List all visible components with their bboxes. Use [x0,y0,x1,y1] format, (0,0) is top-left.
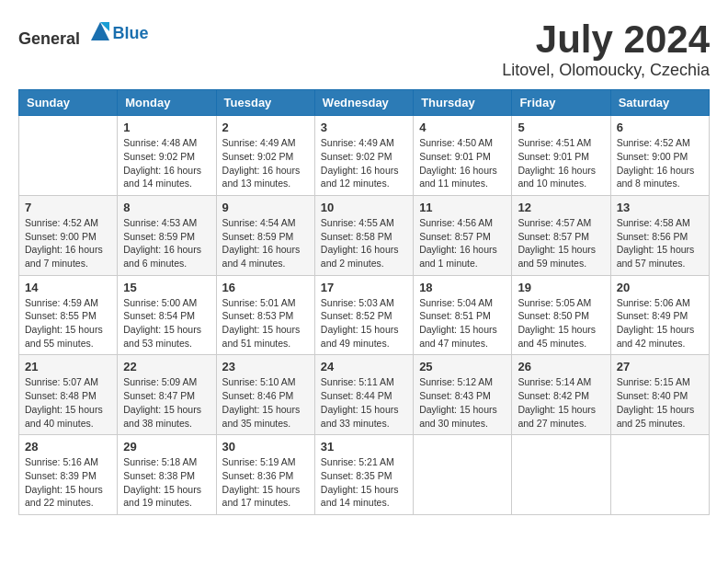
calendar-cell [414,435,512,515]
day-info: Sunrise: 4:48 AMSunset: 9:02 PMDaylight:… [123,136,210,190]
day-info: Sunrise: 5:07 AMSunset: 8:48 PMDaylight:… [25,375,111,430]
day-info: Sunrise: 4:52 AMSunset: 9:00 PMDaylight:… [617,136,703,190]
calendar-cell: 23Sunrise: 5:10 AMSunset: 8:46 PMDayligh… [216,355,314,435]
weekday-header-thursday: Thursday [414,90,512,116]
day-number: 26 [518,360,604,373]
day-info: Sunrise: 4:56 AMSunset: 8:57 PMDaylight:… [419,216,506,270]
calendar-table: SundayMondayTuesdayWednesdayThursdayFrid… [18,89,710,515]
day-number: 31 [321,440,407,454]
calendar-cell: 24Sunrise: 5:11 AMSunset: 8:44 PMDayligh… [314,355,413,435]
calendar-cell: 14Sunrise: 4:59 AMSunset: 8:55 PMDayligh… [19,275,118,355]
weekday-header-monday: Monday [118,90,216,116]
day-number: 16 [222,281,309,294]
day-number: 17 [321,281,407,294]
calendar-cell: 1Sunrise: 4:48 AMSunset: 9:02 PMDaylight… [118,116,216,196]
day-number: 21 [25,360,111,373]
calendar-cell: 31Sunrise: 5:21 AMSunset: 8:35 PMDayligh… [314,435,413,515]
day-info: Sunrise: 4:53 AMSunset: 8:59 PMDaylight:… [123,216,210,270]
calendar-cell: 3Sunrise: 4:49 AMSunset: 9:02 PMDaylight… [314,116,413,196]
day-info: Sunrise: 5:12 AMSunset: 8:43 PMDaylight:… [419,375,506,430]
day-number: 20 [617,281,703,294]
calendar-cell: 29Sunrise: 5:18 AMSunset: 8:38 PMDayligh… [118,435,216,515]
day-number: 28 [25,440,111,454]
day-info: Sunrise: 4:59 AMSunset: 8:55 PMDaylight:… [25,296,111,350]
header: General Blue July 2024 Litovel, Olomouck… [18,18,710,80]
month-title: July 2024 [502,18,710,61]
week-row-2: 7Sunrise: 4:52 AMSunset: 9:00 PMDaylight… [19,195,710,275]
day-number: 15 [123,281,210,294]
calendar-cell: 6Sunrise: 4:52 AMSunset: 9:00 PMDaylight… [610,116,709,196]
calendar-cell: 5Sunrise: 4:51 AMSunset: 9:01 PMDaylight… [512,116,610,196]
day-number: 4 [419,121,506,134]
logo-blue: Blue [113,24,149,42]
day-number: 3 [321,121,407,134]
day-number: 10 [321,201,407,214]
day-number: 27 [617,360,703,373]
day-info: Sunrise: 5:16 AMSunset: 8:39 PMDaylight:… [25,455,111,510]
day-info: Sunrise: 5:04 AMSunset: 8:51 PMDaylight:… [419,296,506,350]
calendar-cell: 22Sunrise: 5:09 AMSunset: 8:47 PMDayligh… [118,355,216,435]
day-info: Sunrise: 4:55 AMSunset: 8:58 PMDaylight:… [321,216,407,270]
week-row-5: 28Sunrise: 5:16 AMSunset: 8:39 PMDayligh… [19,435,710,515]
calendar-cell: 27Sunrise: 5:15 AMSunset: 8:40 PMDayligh… [610,355,709,435]
day-number: 18 [419,281,506,294]
weekday-header-tuesday: Tuesday [216,90,314,116]
calendar-cell: 18Sunrise: 5:04 AMSunset: 8:51 PMDayligh… [414,275,512,355]
day-info: Sunrise: 5:09 AMSunset: 8:47 PMDaylight:… [123,375,210,430]
day-number: 7 [25,201,111,214]
day-info: Sunrise: 5:15 AMSunset: 8:40 PMDaylight:… [617,375,703,430]
day-number: 14 [25,281,111,294]
calendar-cell: 8Sunrise: 4:53 AMSunset: 8:59 PMDaylight… [118,195,216,275]
calendar-cell: 25Sunrise: 5:12 AMSunset: 8:43 PMDayligh… [414,355,512,435]
day-info: Sunrise: 4:51 AMSunset: 9:01 PMDaylight:… [518,136,604,190]
day-info: Sunrise: 5:03 AMSunset: 8:52 PMDaylight:… [321,296,407,350]
day-info: Sunrise: 4:54 AMSunset: 8:59 PMDaylight:… [222,216,309,270]
calendar-cell: 10Sunrise: 4:55 AMSunset: 8:58 PMDayligh… [314,195,413,275]
weekday-header-friday: Friday [512,90,610,116]
title-area: July 2024 Litovel, Olomoucky, Czechia [502,18,710,80]
calendar-cell: 9Sunrise: 4:54 AMSunset: 8:59 PMDaylight… [216,195,314,275]
day-number: 19 [518,281,604,294]
day-info: Sunrise: 5:11 AMSunset: 8:44 PMDaylight:… [321,375,407,430]
calendar-cell: 20Sunrise: 5:06 AMSunset: 8:49 PMDayligh… [610,275,709,355]
day-info: Sunrise: 4:50 AMSunset: 9:01 PMDaylight:… [419,136,506,190]
day-number: 5 [518,121,604,134]
day-number: 23 [222,360,309,373]
day-info: Sunrise: 4:49 AMSunset: 9:02 PMDaylight:… [321,136,407,190]
day-info: Sunrise: 5:00 AMSunset: 8:54 PMDaylight:… [123,296,210,350]
day-number: 25 [419,360,506,373]
day-info: Sunrise: 5:14 AMSunset: 8:42 PMDaylight:… [518,375,604,430]
day-number: 2 [222,121,309,134]
calendar-cell: 19Sunrise: 5:05 AMSunset: 8:50 PMDayligh… [512,275,610,355]
calendar-cell: 12Sunrise: 4:57 AMSunset: 8:57 PMDayligh… [512,195,610,275]
day-number: 6 [617,121,703,134]
calendar-cell: 11Sunrise: 4:56 AMSunset: 8:57 PMDayligh… [414,195,512,275]
calendar-cell [19,116,118,196]
day-number: 9 [222,201,309,214]
calendar-cell [512,435,610,515]
calendar-cell: 2Sunrise: 4:49 AMSunset: 9:02 PMDaylight… [216,116,314,196]
calendar-cell: 7Sunrise: 4:52 AMSunset: 9:00 PMDaylight… [19,195,118,275]
day-info: Sunrise: 4:58 AMSunset: 8:56 PMDaylight:… [617,216,703,270]
day-number: 24 [321,360,407,373]
day-info: Sunrise: 5:21 AMSunset: 8:35 PMDaylight:… [321,455,407,510]
day-number: 11 [419,201,506,214]
calendar-cell: 17Sunrise: 5:03 AMSunset: 8:52 PMDayligh… [314,275,413,355]
logo-icon [87,18,113,44]
weekday-header-wednesday: Wednesday [314,90,413,116]
calendar-cell [610,435,709,515]
day-number: 8 [123,201,210,214]
weekday-header-row: SundayMondayTuesdayWednesdayThursdayFrid… [19,90,710,116]
logo-general: General [18,29,80,48]
location-title: Litovel, Olomoucky, Czechia [502,61,710,80]
logo: General Blue [18,18,149,49]
day-info: Sunrise: 5:19 AMSunset: 8:36 PMDaylight:… [222,455,309,510]
day-info: Sunrise: 4:57 AMSunset: 8:57 PMDaylight:… [518,216,604,270]
day-info: Sunrise: 5:18 AMSunset: 8:38 PMDaylight:… [123,455,210,510]
weekday-header-sunday: Sunday [19,90,118,116]
day-number: 29 [123,440,210,454]
calendar-cell: 26Sunrise: 5:14 AMSunset: 8:42 PMDayligh… [512,355,610,435]
day-info: Sunrise: 5:10 AMSunset: 8:46 PMDaylight:… [222,375,309,430]
calendar-cell: 28Sunrise: 5:16 AMSunset: 8:39 PMDayligh… [19,435,118,515]
day-info: Sunrise: 4:52 AMSunset: 9:00 PMDaylight:… [25,216,111,270]
